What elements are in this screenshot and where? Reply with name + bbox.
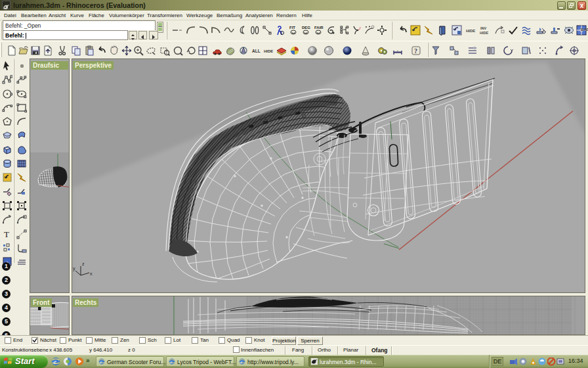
svg-text:y: y xyxy=(73,266,75,271)
svg-text:HIDE: HIDE xyxy=(466,29,475,33)
svg-text:x: x xyxy=(90,271,93,276)
svg-text:FAIR: FAIR xyxy=(314,26,324,30)
svg-text:e: e xyxy=(241,359,243,364)
svg-text:INV: INV xyxy=(480,26,487,30)
svg-text:DEG: DEG xyxy=(302,26,310,30)
svg-text:ALL: ALL xyxy=(252,49,261,53)
svg-text:e: e xyxy=(171,359,173,364)
svg-text:?: ? xyxy=(414,47,417,55)
svg-text:T: T xyxy=(4,229,9,239)
svg-text:e: e xyxy=(54,358,57,365)
svg-text:HIDE: HIDE xyxy=(480,31,488,35)
svg-text:z: z xyxy=(82,262,85,266)
svg-text:e: e xyxy=(100,359,102,364)
svg-text:HIDE: HIDE xyxy=(264,49,273,53)
svg-text:FIT: FIT xyxy=(289,26,295,30)
